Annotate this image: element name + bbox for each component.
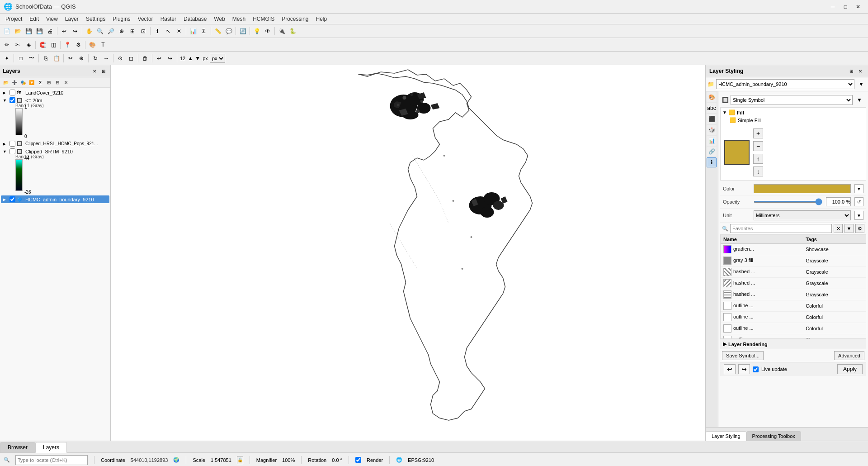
favorites-clear-btn[interactable]: ✕ xyxy=(834,224,843,233)
node-btn[interactable]: ◈ xyxy=(24,40,33,50)
digitize-btn[interactable]: ✏ xyxy=(2,40,12,50)
style-manager-btn[interactable]: 🎨 xyxy=(87,40,97,50)
styling-tab-processing-toolbox[interactable]: Processing Toolbox xyxy=(746,431,801,441)
maximize-button[interactable]: □ xyxy=(839,2,852,11)
menu-vector[interactable]: Vector xyxy=(134,15,157,23)
delete-btn[interactable]: 🗑 xyxy=(140,53,150,63)
menu-raster[interactable]: Raster xyxy=(157,15,180,23)
menu-layer[interactable]: Layer xyxy=(61,15,82,23)
locate-search-input[interactable] xyxy=(15,455,88,465)
live-update-checkbox[interactable] xyxy=(753,366,759,372)
redo-edit-btn[interactable]: ↪ xyxy=(165,53,175,63)
layers-float-btn[interactable]: ⊞ xyxy=(99,67,108,75)
topology-btn[interactable]: ◫ xyxy=(48,40,58,50)
move-down-btn[interactable]: ↓ xyxy=(753,166,763,176)
symbol-row[interactable]: gradien... Showcase xyxy=(721,244,866,255)
identify-btn[interactable]: ℹ xyxy=(152,26,162,36)
preview-btn[interactable]: 👁 xyxy=(263,26,273,36)
plugins-btn[interactable]: 🔌 xyxy=(277,26,287,36)
add-symbol-btn[interactable]: + xyxy=(753,128,763,138)
zoom-full-btn[interactable]: ⊕ xyxy=(117,26,127,36)
menu-mesh[interactable]: Mesh xyxy=(229,15,249,23)
layer-item-srtm[interactable]: ▼ 🔲 Clipped_SRTM_9210 Band 1 (Gray) 44 -… xyxy=(1,147,109,192)
styling-close-btn[interactable]: ✕ xyxy=(856,67,864,75)
attribute-table-btn[interactable]: 📊 xyxy=(188,26,198,36)
simplify-btn[interactable]: ◻ xyxy=(126,53,136,63)
layer-checkbox-srtm[interactable] xyxy=(9,148,15,154)
favorites-settings-btn[interactable]: ⚙ xyxy=(855,224,864,233)
favorites-search-input[interactable] xyxy=(730,224,832,233)
layer-checkbox-hrsl[interactable] xyxy=(9,141,15,147)
advanced-btn[interactable]: Advanced xyxy=(834,351,864,360)
menu-edit[interactable]: Edit xyxy=(26,15,42,23)
menu-database[interactable]: Database xyxy=(180,15,210,23)
render-checkbox[interactable] xyxy=(355,457,361,463)
close-button[interactable]: ✕ xyxy=(852,2,864,11)
rotate-btn[interactable]: ↻ xyxy=(90,53,100,63)
menu-web[interactable]: Web xyxy=(210,15,228,23)
layer-rendering-header[interactable]: ▶ Layer Rendering xyxy=(720,339,866,349)
font-unit-select[interactable]: px xyxy=(210,54,225,63)
split-btn[interactable]: ✂ xyxy=(66,53,75,63)
copy-features-btn[interactable]: ⎘ xyxy=(41,53,51,63)
snap-btn[interactable]: 🧲 xyxy=(38,40,47,50)
symbol-row[interactable]: outline ... Colorful xyxy=(721,312,866,323)
layer-item-landcover[interactable]: ▶ 🗺 LandCover_9210 xyxy=(1,89,109,96)
gps-btn[interactable]: 📍 xyxy=(62,40,72,50)
layer-checkbox-20m[interactable] xyxy=(9,97,15,103)
styling-tab-layer-styling[interactable]: Layer Styling xyxy=(706,431,746,441)
zoom-in-btn[interactable]: 🔍 xyxy=(95,26,105,36)
undo-btn[interactable]: ↩ xyxy=(59,26,69,36)
symbol-type-dropdown-btn[interactable]: ▼ xyxy=(854,95,864,105)
styling-redo-btn[interactable]: ↪ xyxy=(738,364,750,374)
buffer-btn[interactable]: ⊙ xyxy=(115,53,125,63)
opacity-input[interactable] xyxy=(826,197,851,206)
zoom-layer-btn[interactable]: ⊡ xyxy=(138,26,148,36)
shape-digitize-btn[interactable]: □ xyxy=(16,53,26,63)
menu-project[interactable]: Project xyxy=(2,15,26,23)
layer-expand-landcover[interactable]: ▶ xyxy=(3,90,8,95)
remove-symbol-btn[interactable]: − xyxy=(753,141,763,151)
menu-processing[interactable]: Processing xyxy=(278,15,312,23)
layer-expand-hcmc[interactable]: ▶ xyxy=(3,197,8,202)
favorites-options-btn[interactable]: ▼ xyxy=(844,224,854,233)
label-btn[interactable]: T xyxy=(98,40,108,50)
merge-btn[interactable]: ⊕ xyxy=(76,53,86,63)
unit-select[interactable]: Millimeters xyxy=(754,210,851,220)
move-up-btn[interactable]: ↑ xyxy=(753,154,763,164)
menu-settings[interactable]: Settings xyxy=(82,15,109,23)
save-symbol-btn[interactable]: Save Symbol... xyxy=(722,351,764,360)
map-tips-btn[interactable]: 💡 xyxy=(252,26,262,36)
layer-item-hrsl[interactable]: ▶ 🔲 Clipped_HRSL_HCMC_Pops_921... xyxy=(1,140,109,147)
deselect-btn[interactable]: ✕ xyxy=(174,26,184,36)
layer-item-hcmc[interactable]: ▶ 🔷 HCMC_admin_boundary_9210 xyxy=(1,195,109,203)
styling-undo-btn[interactable]: ↩ xyxy=(724,364,736,374)
apply-btn[interactable]: Apply xyxy=(837,364,863,374)
expand-all-btn[interactable]: ⊞ xyxy=(45,78,53,86)
geoprocessing-btn[interactable]: ⚙ xyxy=(73,40,83,50)
freehand-btn[interactable]: 〜 xyxy=(27,53,37,63)
save-as-btn[interactable]: 💾 xyxy=(34,26,44,36)
paste-features-btn[interactable]: 📋 xyxy=(52,53,61,63)
zoom-selection-btn[interactable]: ⊞ xyxy=(127,26,137,36)
layer-checkbox-landcover[interactable] xyxy=(9,90,15,95)
open-layer-browser-btn[interactable]: 📂 xyxy=(2,78,10,86)
new-project-btn[interactable]: 📄 xyxy=(2,26,12,36)
styling-float-btn[interactable]: ⊞ xyxy=(847,67,855,75)
symbol-row[interactable]: hashed ... Grayscale xyxy=(721,289,866,300)
minimize-button[interactable]: ─ xyxy=(826,2,839,11)
browser-tab[interactable]: Browser xyxy=(0,442,35,452)
styling-mask-btn[interactable]: ⬛ xyxy=(707,114,717,124)
symbol-type-select[interactable]: Single Symbol xyxy=(731,95,853,105)
edit-btn[interactable]: ✂ xyxy=(13,40,23,50)
opacity-slider[interactable] xyxy=(754,201,822,203)
unit-dropdown-btn[interactable]: ▼ xyxy=(854,211,863,220)
remove-layer-btn[interactable]: ✕ xyxy=(62,78,70,86)
select-btn[interactable]: ↖ xyxy=(163,26,173,36)
flip-btn[interactable]: ↔ xyxy=(101,53,111,63)
manage-map-themes-btn[interactable]: 🎭 xyxy=(19,78,27,86)
menu-hcmgis[interactable]: HCMGIS xyxy=(249,15,278,23)
fill-swatch-preview[interactable] xyxy=(724,140,750,165)
color-picker-btn[interactable]: ▼ xyxy=(854,184,863,193)
styling-join-btn[interactable]: 🔗 xyxy=(707,147,717,157)
